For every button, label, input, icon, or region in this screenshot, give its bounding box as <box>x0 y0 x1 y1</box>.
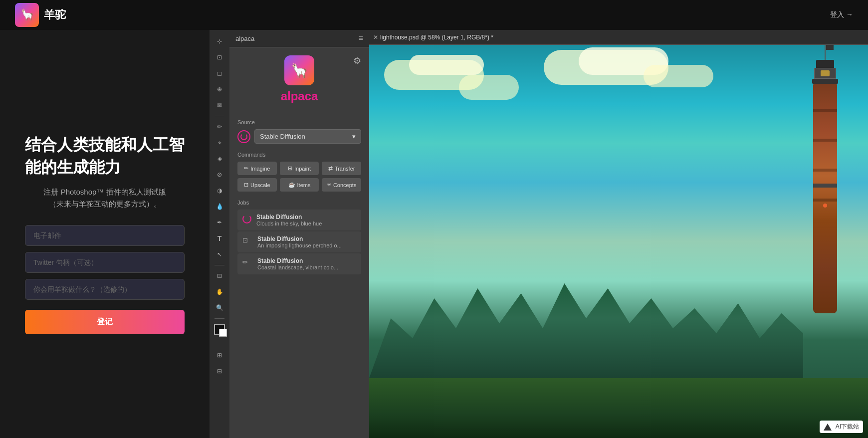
job-info-1: Stable Diffusion Clouds in the sky, blue… <box>256 214 356 226</box>
settings-gear-icon[interactable]: ⚙ <box>353 55 361 66</box>
lighthouse-flag <box>826 45 834 50</box>
items-icon: ☕ <box>288 182 295 188</box>
panel-alpaca-icon: 🦙 <box>284 55 314 85</box>
alpaca-panel: alpaca ≡ 🦙 ⚙ alpaca Source <box>229 30 369 438</box>
cmd-concepts[interactable]: ✳ Concepts <box>322 178 361 192</box>
ps-tool-move[interactable]: ⊹ <box>212 34 227 49</box>
canvas-background <box>369 45 868 438</box>
jobs-label: Jobs <box>237 200 361 206</box>
left-panel: 结合人类技能和人工智能的生成能力 注册 Photoshop™ 插件的私人测试版（… <box>0 30 210 438</box>
ps-tool-eraser[interactable]: ◈ <box>212 151 227 166</box>
ps-tool-pen[interactable]: ✒ <box>212 215 227 230</box>
cmd-items[interactable]: ☕ Items <box>280 178 319 192</box>
twitter-field[interactable] <box>25 252 185 273</box>
usage-field[interactable] <box>25 279 185 300</box>
subtitle: 注册 Photoshop™ 插件的私人测试版（未来与羊驼互动的更多方式）。 <box>25 186 185 210</box>
panel-logo-section: 🦙 ⚙ alpaca <box>237 55 361 111</box>
ai-logo-icon <box>824 424 832 431</box>
background-color[interactable] <box>219 329 227 337</box>
lighthouse-main <box>812 45 838 313</box>
ps-tool-path[interactable]: ↖ <box>212 247 227 262</box>
job-desc-3: Coastal landscape, vibrant colo... <box>257 264 356 270</box>
ps-canvas-image: AI下载站 <box>369 45 868 438</box>
ps-tool-brush[interactable]: ✏ <box>212 119 227 134</box>
job-title-3: Stable Diffusion <box>257 257 356 264</box>
ps-tool-dodge[interactable]: 💧 <box>212 199 227 214</box>
imagine-icon: ✏ <box>244 165 248 172</box>
ps-tool-blur[interactable]: ◑ <box>212 183 227 198</box>
lighthouse-lantern <box>814 68 836 79</box>
items-label: Items <box>297 182 311 188</box>
cmd-inpaint[interactable]: ⊞ Inpaint <box>280 162 319 175</box>
ps-canvas-area: ✕ lighthouse.psd @ 58% (Layer 1, RGB/8*)… <box>369 30 868 438</box>
cmd-upscale[interactable]: ⊡ Upscale <box>237 178 277 192</box>
ai-watermark: AI下载站 <box>820 421 863 433</box>
commands-label: Commands <box>237 152 361 158</box>
imagine-label: Imagine <box>250 166 270 172</box>
ps-tool-zoom[interactable]: 🔍 <box>212 300 227 315</box>
job-item-1[interactable]: Stable Diffusion Clouds in the sky, blue… <box>237 210 361 230</box>
ps-tool-frame[interactable]: ⊟ <box>212 364 227 379</box>
job-icon-2: ⊡ <box>242 236 252 246</box>
registration-form <box>25 225 185 300</box>
ps-toolbar: ⊹ ⊡ ◻ ⊕ ✉ ✏ ⌖ ◈ ⊘ ◑ 💧 ✒ T ↖ ⊟ ✋ 🔍 ⊞ ⊟ <box>210 30 229 438</box>
lighthouse-tower <box>813 84 837 313</box>
ps-tab-bar: ✕ lighthouse.psd @ 58% (Layer 1, RGB/8*)… <box>369 30 868 45</box>
ps-tool-eyedropper[interactable]: ✉ <box>212 98 227 113</box>
ps-tool-crop[interactable]: ⊕ <box>212 82 227 97</box>
source-dropdown[interactable]: Stable Diffusion ▾ <box>254 129 361 144</box>
job-spinner-1 <box>242 215 251 223</box>
cmd-transfer[interactable]: ⇄ Transfer <box>322 162 361 175</box>
tab-close-icon[interactable]: ✕ <box>373 34 378 41</box>
tower-mid-gallery <box>813 184 837 188</box>
job-title-1: Stable Diffusion <box>256 214 356 220</box>
transfer-icon: ⇄ <box>328 165 333 172</box>
jobs-list: Stable Diffusion Clouds in the sky, blue… <box>237 210 361 274</box>
upscale-label: Upscale <box>250 182 270 188</box>
ps-tool-layer-comp[interactable]: ⊞ <box>212 348 227 363</box>
ps-tool-lasso[interactable]: ◻ <box>212 66 227 81</box>
login-button[interactable]: 登入 → <box>830 10 853 19</box>
ps-tool-rectangle[interactable]: ⊟ <box>212 268 227 283</box>
panel-menu-icon[interactable]: ≡ <box>359 34 363 43</box>
logo-text: 羊驼 <box>44 7 66 22</box>
source-row: Stable Diffusion ▾ <box>237 129 361 144</box>
logo-icon: 🦙 <box>15 3 39 27</box>
source-icon <box>237 130 250 143</box>
cmd-imagine[interactable]: ✏ Imagine <box>237 162 277 175</box>
ps-tool-hand[interactable]: ✋ <box>212 284 227 299</box>
cloud-3 <box>459 75 519 100</box>
job-desc-1: Clouds in the sky, blue hue <box>256 220 356 226</box>
email-field[interactable] <box>25 225 185 246</box>
ps-tool-colors <box>214 324 225 335</box>
job-item-2[interactable]: ⊡ Stable Diffusion An imposing ligthouse… <box>237 231 361 252</box>
ps-tool-type[interactable]: T <box>212 231 227 246</box>
job-item-3[interactable]: ✏ Stable Diffusion Coastal landscape, vi… <box>237 253 361 274</box>
panel-body: 🦙 ⚙ alpaca Source Stable Diffusion ▾ <box>229 47 369 438</box>
panel-brand-name: alpaca <box>281 89 318 103</box>
toolbar-separator-1 <box>215 116 224 116</box>
ps-tool-gradient[interactable]: ⊘ <box>212 167 227 182</box>
transfer-label: Transfer <box>335 166 355 172</box>
tower-light <box>823 204 827 208</box>
ps-tool-clone[interactable]: ⌖ <box>212 135 227 150</box>
source-dropdown-arrow: ▾ <box>352 133 356 140</box>
register-button[interactable]: 登记 <box>25 310 185 334</box>
lighthouse-gallery <box>812 79 838 84</box>
panel-title-label: alpaca <box>235 35 254 42</box>
ps-tool-marquee[interactable]: ⊡ <box>212 50 227 65</box>
tower-stripe-4 <box>813 199 837 202</box>
tower-stripe-2 <box>813 139 837 142</box>
toolbar-separator-2 <box>215 265 224 265</box>
concepts-label: Concepts <box>333 182 356 188</box>
job-desc-2: An imposing ligthouse perched o... <box>257 242 356 248</box>
panel-header: alpaca ≡ <box>229 30 369 47</box>
source-label: Source <box>237 119 361 125</box>
lighthouse-lantern-roof <box>816 60 834 68</box>
upscale-icon: ⊡ <box>244 182 248 188</box>
concepts-icon: ✳ <box>327 182 331 188</box>
photoshop-area: ⊹ ⊡ ◻ ⊕ ✉ ✏ ⌖ ◈ ⊘ ◑ 💧 ✒ T ↖ ⊟ ✋ 🔍 ⊞ ⊟ <box>210 30 868 438</box>
tower-stripe-3 <box>813 169 837 172</box>
ai-watermark-text: AI下载站 <box>836 423 859 431</box>
ai-triangle <box>824 424 832 431</box>
